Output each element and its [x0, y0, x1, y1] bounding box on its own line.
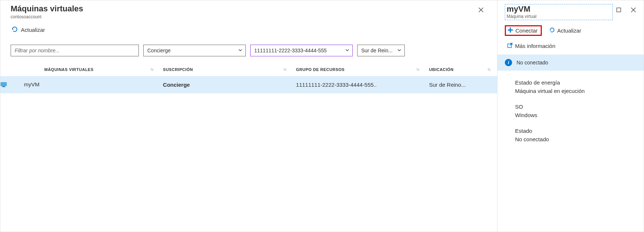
main-toolbar: Actualizar [0, 22, 497, 40]
vm-table-container: MÁQUINAS VIRTUALES SUSCRIPCIÓN GRUPO DE … [0, 63, 497, 232]
page-title: Máquinas virtuales [11, 4, 475, 14]
chevron-down-icon [345, 48, 349, 53]
col-subscription[interactable]: SUSCRIPCIÓN [160, 63, 293, 76]
sort-icon [416, 67, 420, 72]
detail-title: myVM [507, 4, 611, 14]
connect-label: Conectar [515, 27, 538, 34]
refresh-label: Actualizar [21, 27, 45, 33]
svg-rect-3 [3, 86, 5, 87]
refresh-button[interactable]: Actualizar [11, 25, 46, 35]
resource-group-dropdown[interactable]: 11111111-2222-3333-4444-555 [250, 45, 353, 56]
external-link-icon [507, 42, 513, 49]
sort-icon [283, 67, 287, 72]
location-dropdown-value: Sur de Rein... [361, 48, 393, 53]
more-info-label: Más información [515, 43, 555, 49]
detail-toolbar: Conectar Actualizar Más información [497, 23, 644, 55]
page-subtitle: contosoaccount [11, 14, 475, 19]
detail-properties: Estado de energía Máquina virtual en eje… [497, 71, 644, 159]
sort-icon [487, 67, 491, 72]
row-resource-group: 11111111-2222-3333-4444-555.. [293, 76, 426, 93]
power-state-label: Estado de energía [515, 79, 636, 86]
status-banner: i No conectado [497, 55, 644, 71]
close-icon [478, 7, 484, 12]
row-subscription: Concierge [160, 76, 293, 93]
info-icon: i [505, 59, 512, 66]
state-value: No conectado [515, 136, 636, 142]
more-info-button[interactable]: Más información [505, 41, 558, 51]
col-resource-group[interactable]: GRUPO DE RECURSOS [293, 63, 426, 76]
detail-subtitle: Máquina virtual [507, 14, 611, 19]
state-label: Estado [515, 128, 636, 134]
svg-rect-4 [2, 87, 5, 87]
subscription-dropdown-value: Concierge [147, 48, 171, 53]
vm-table: MÁQUINAS VIRTUALES SUSCRIPCIÓN GRUPO DE … [0, 63, 497, 93]
close-detail-button[interactable] [628, 4, 639, 16]
subscription-dropdown[interactable]: Concierge [143, 45, 246, 56]
svg-rect-5 [617, 8, 621, 12]
detail-refresh-label: Actualizar [557, 27, 581, 34]
filter-name-input[interactable] [11, 45, 139, 56]
sort-icon [150, 67, 154, 72]
main-header: Máquinas virtuales contosoaccount [0, 0, 497, 22]
maximize-icon [616, 7, 621, 12]
row-vm-name: myVM [24, 81, 40, 87]
chevron-down-icon [238, 48, 243, 53]
detail-panel: myVM Máquina virtual Conectar Actualizar [497, 0, 644, 232]
main-panel: Máquinas virtuales contosoaccount Actual… [0, 0, 497, 232]
status-text: No conectado [517, 60, 548, 66]
vm-icon [0, 82, 7, 87]
filter-row: Concierge 11111111-2222-3333-4444-555 Su… [0, 40, 497, 63]
maximize-button[interactable] [613, 4, 625, 16]
close-main-button[interactable] [475, 4, 487, 16]
close-icon [631, 7, 636, 12]
resource-group-dropdown-value: 11111111-2222-3333-4444-555 [254, 48, 327, 53]
col-vm[interactable]: MÁQUINAS VIRTUALES [0, 63, 160, 76]
location-dropdown[interactable]: Sur de Rein... [357, 45, 405, 56]
header-titles: Máquinas virtuales contosoaccount [11, 4, 475, 19]
plus-icon [507, 27, 513, 34]
svg-rect-2 [1, 82, 7, 86]
chevron-down-icon [397, 48, 401, 53]
refresh-icon [549, 27, 555, 34]
detail-header-titles: myVM Máquina virtual [505, 4, 613, 20]
os-label: SO [515, 104, 636, 110]
os-value: Windows [515, 112, 636, 118]
table-row[interactable]: myVM Concierge 11111111-2222-3333-4444-5… [0, 76, 497, 93]
refresh-icon [11, 26, 18, 34]
detail-header: myVM Máquina virtual [497, 0, 644, 23]
col-location[interactable]: UBICACIÓN [426, 63, 497, 76]
power-state-value: Máquina virtual en ejecución [515, 88, 636, 94]
row-location: Sur de Reino... [426, 76, 497, 93]
connect-button[interactable]: Conectar [505, 25, 542, 36]
detail-refresh-button[interactable]: Actualizar [547, 26, 584, 35]
